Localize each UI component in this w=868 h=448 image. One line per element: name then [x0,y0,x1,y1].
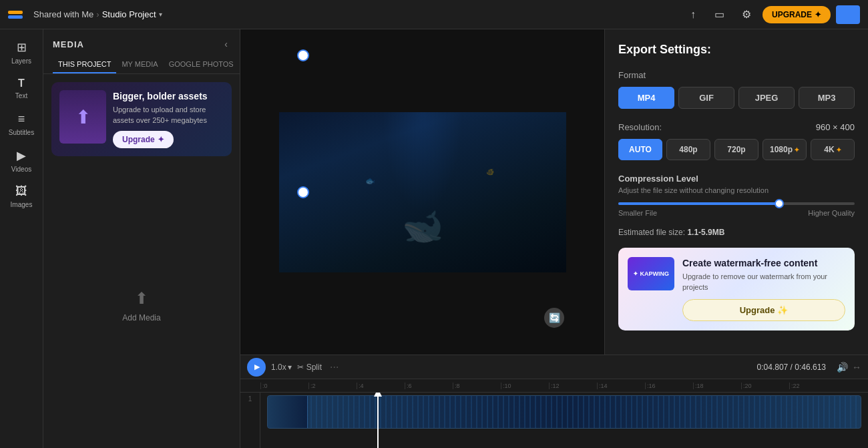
compression-slider-track[interactable] [618,202,855,205]
slider-label-right: Higher Quality [808,209,855,217]
video-light-rays [383,112,463,212]
settings-button[interactable]: ⚙ [736,4,757,25]
sidebar-item-layers[interactable]: ⊞ Layers [1,35,41,69]
sidebar-item-label-images: Images [11,201,33,208]
format-btn-mp4[interactable]: MP4 [618,87,674,109]
watermark-title: Create watermark-free content [682,257,845,269]
ruler-marks: :0 :2 :4 :6 :8 :10 :12 :14 :16 :18 :20 :… [260,383,868,389]
add-media-icon: ⬆ [135,289,148,308]
upgrade-card-thumbnail: ⬆ [59,90,106,144]
export-title: Export Settings: [618,43,855,57]
format-btn-mp3[interactable]: MP3 [799,87,855,109]
timeline-ruler: :0 :2 :4 :6 :8 :10 :12 :14 :16 :18 :20 :… [240,379,868,393]
subtitles-button[interactable]: ▭ [709,4,730,25]
sidebar-item-label-text: Text [15,92,27,99]
ruler-mark-0: :0 [260,383,308,389]
main-area: ⊞ Layers T Text ≡ Subtitles ▶ Videos 🖼 I… [0,29,868,448]
file-size-value: 1.1-5.9MB [687,228,724,237]
watermark-desc: Upgrade to remove our watermark from you… [682,272,845,292]
sidebar-item-videos[interactable]: ▶ Videos [1,143,41,178]
ruler-mark-14: :14 [597,383,645,389]
sidebar-item-subtitles[interactable]: ≡ Subtitles [1,107,41,142]
compression-section: Compression Level Adjust the file size w… [618,174,855,217]
export-panel: Export Settings: Format MP4 GIF JPEG MP3… [604,29,868,355]
whale-shape: 🐋 [402,207,443,246]
format-btn-gif[interactable]: GIF [678,87,734,109]
left-sidebar: ⊞ Layers T Text ≡ Subtitles ▶ Videos 🖼 I… [0,29,43,448]
res-btn-720p[interactable]: 720p [714,139,758,160]
ruler-mark-2: :2 [308,383,357,389]
compression-title: Compression Level [618,174,855,184]
text-icon: T [18,77,25,89]
ruler-mark-22: :22 [789,383,837,389]
compression-desc: Adjust the file size without changing re… [618,186,855,194]
canvas-handle-top[interactable] [297,49,309,61]
timeline-area: ▶ 1.0x ▾ ✂ Split ··· 0:04.807 / 0:46.613 [240,355,868,448]
watermark-logo: ✦ KAPWING [628,257,674,290]
track-numbers: 1 [240,393,260,448]
tab-my-media[interactable]: MY MEDIA [116,56,163,73]
track-content[interactable] [260,393,868,448]
timeline-toolbar: ▶ 1.0x ▾ ✂ Split ··· 0:04.807 / 0:46.613 [240,355,868,379]
upgrade-button[interactable]: UPGRADE ✦ [763,6,831,23]
watermark-card: ✦ KAPWING Create watermark-free content … [618,248,855,330]
upgrade-card-button[interactable]: Upgrade ✦ [113,131,174,148]
watermark-upgrade-button[interactable]: Upgrade ✨ [682,299,845,321]
canvas-area: 🐋 🐟 🐠 🔄 [240,29,604,355]
res-btn-4k[interactable]: 4K ✦ [811,139,855,160]
res-btn-480p[interactable]: 480p [666,139,710,160]
project-dropdown-icon[interactable]: ▾ [159,11,162,18]
sidebar-item-text[interactable]: T Text [1,71,41,105]
ruler-mark-10: :10 [501,383,549,389]
timeline-tracks: 1 [240,393,868,448]
split-control[interactable]: ✂ Split [297,363,322,372]
breadcrumb-project[interactable]: Studio Project [102,9,156,19]
media-tabs: THIS PROJECT MY MEDIA GOOGLE PHOTOS ··· [43,56,240,74]
upgrade-card: ⬆ Bigger, bolder assets Upgrade to uploa… [51,82,232,156]
tab-this-project[interactable]: THIS PROJECT [53,56,116,73]
format-btn-jpeg[interactable]: JPEG [738,87,795,109]
sidebar-item-label-videos: Videos [11,166,31,173]
play-button[interactable]: ▶ [247,358,266,377]
fish-shape: 🐟 [365,176,375,186]
share-button[interactable]: ↑ [682,4,704,25]
slider-labels: Smaller File Higher Quality [618,209,855,217]
upgrade-card-desc: Upgrade to upload and store assets over … [113,105,224,126]
breadcrumb-shared[interactable]: Shared with Me [33,9,93,19]
media-panel: MEDIA ‹ THIS PROJECT MY MEDIA GOOGLE PHO… [43,29,240,448]
zoom-out-icon[interactable]: 🔊 [837,362,848,373]
topbar: Shared with Me › Studio Project ▾ ↑ ▭ ⚙ … [0,0,868,29]
breadcrumb: Shared with Me › Studio Project ▾ [33,9,162,19]
media-panel-title: MEDIA [53,39,84,49]
canvas-handle-mid[interactable] [297,186,309,198]
canvas-video: 🐋 🐟 🐠 [279,112,566,272]
upgrade-card-content: Bigger, bolder assets Upgrade to upload … [113,90,224,148]
res-btn-auto[interactable]: AUTO [618,139,662,160]
media-panel-collapse-button[interactable]: ‹ [222,36,230,52]
videos-icon: ▶ [17,148,26,163]
ruler-mark-6: :6 [405,383,453,389]
sidebar-item-images[interactable]: 🖼 Images [1,179,41,214]
tab-google-photos[interactable]: GOOGLE PHOTOS [164,56,239,73]
zoom-in-icon[interactable]: ↔ [852,362,861,373]
subtitles-icon: ≡ [18,112,25,126]
resolution-label: Resolution: [618,122,662,132]
timeline-more[interactable]: ··· [330,361,339,373]
resolution-options: AUTO 480p 720p 1080p ✦ 4K ✦ [618,139,855,160]
images-icon: 🖼 [15,184,27,198]
app-logo [8,11,23,19]
track-clip[interactable] [267,395,861,429]
breadcrumb-chevron: › [96,9,99,19]
export-button-placeholder[interactable] [836,5,860,24]
ruler-mark-16: :16 [645,383,693,389]
sidebar-item-label-layers: Layers [11,57,31,65]
playhead[interactable] [377,393,379,448]
upgrade-card-title: Bigger, bolder assets [113,90,224,102]
speed-control[interactable]: 1.0x ▾ [271,363,292,372]
add-media-area[interactable]: ⬆ Add Media [43,164,240,448]
media-panel-header: MEDIA ‹ [43,29,240,56]
res-btn-1080p[interactable]: 1080p ✦ [763,139,807,160]
compression-slider-thumb[interactable] [775,199,784,208]
ruler-mark-8: :8 [453,383,501,389]
canvas-sync-icon[interactable]: 🔄 [544,308,564,328]
